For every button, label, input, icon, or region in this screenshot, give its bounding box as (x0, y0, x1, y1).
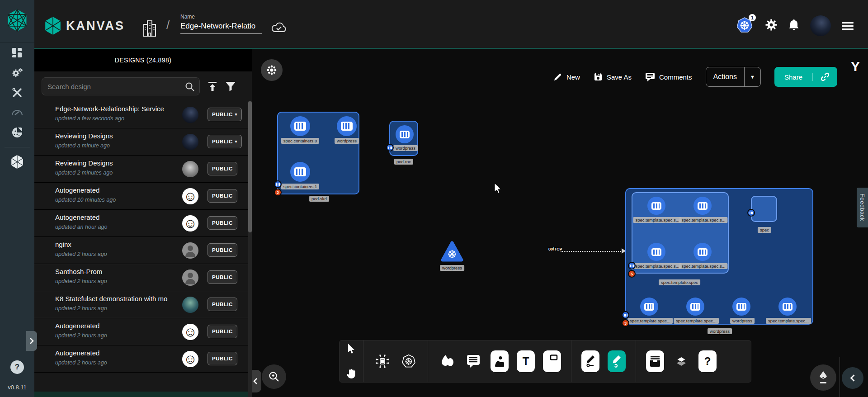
rectangle-icon[interactable] (543, 350, 561, 372)
pod-badge-icon[interactable] (747, 209, 755, 217)
help-icon[interactable]: ? (698, 350, 717, 372)
image-icon[interactable] (491, 350, 509, 372)
new-button[interactable]: New (553, 72, 580, 81)
zoom-icon[interactable] (262, 364, 286, 389)
kubernetes-context-icon[interactable]: 1 (736, 17, 754, 35)
performance-gauge-icon[interactable] (0, 103, 34, 123)
user-avatar[interactable] (810, 15, 831, 36)
toolkit-wrench-icon[interactable] (0, 83, 34, 103)
visibility-badge[interactable]: PUBLIC (208, 243, 237, 257)
visibility-badge[interactable]: PUBLIC (208, 189, 237, 203)
pod-badge-icon[interactable] (622, 311, 629, 319)
node-group-wordpress-deployment[interactable]: spec.template.spec.s... spec.template.sp… (625, 188, 813, 325)
design-owner-avatar[interactable]: ☺ (182, 324, 198, 340)
design-owner-avatar[interactable] (182, 134, 198, 150)
node-container[interactable] (647, 243, 665, 261)
design-owner-avatar[interactable] (182, 269, 198, 286)
node-group-spec-template-spec[interactable]: spec.template.spec.s... spec.template.sp… (632, 192, 729, 274)
error-badge[interactable]: 3 (622, 319, 629, 327)
help-icon[interactable]: ? (10, 360, 24, 374)
design-list-item[interactable]: K8 Statefulset demonstration with moupda… (34, 291, 248, 318)
feedback-tab[interactable]: Feedback (857, 188, 868, 227)
design-list-item[interactable]: nginxupdated 2 hours agoPUBLIC (34, 237, 248, 264)
components-icon[interactable] (373, 351, 392, 371)
collapse-right-icon[interactable] (842, 367, 863, 389)
node-container[interactable] (647, 197, 665, 215)
node-container[interactable] (290, 162, 310, 182)
lifecycle-gears-icon[interactable] (0, 63, 34, 83)
drawer-icon[interactable] (646, 350, 664, 372)
design-row-partial[interactable] (34, 392, 248, 397)
visibility-badge[interactable]: PUBLIC▾ (208, 108, 242, 121)
annotation-icon[interactable] (464, 351, 482, 371)
kubernetes-icon[interactable] (400, 351, 418, 371)
design-list-item[interactable]: Reviewing Designsupdated 2 minutes agoPU… (34, 156, 248, 183)
kubernetes-wheel-icon[interactable] (261, 59, 283, 81)
kanvas-logo[interactable]: KANVAS (44, 16, 125, 35)
visibility-badge[interactable]: PUBLIC (208, 352, 237, 365)
design-owner-avatar[interactable]: ☺ (182, 351, 198, 367)
edge-service-to-deployment[interactable] (561, 251, 624, 252)
visibility-badge[interactable]: PUBLIC (208, 162, 237, 175)
design-name-input[interactable] (180, 20, 262, 34)
node-spec[interactable] (751, 196, 777, 222)
panel-expand-handle[interactable] (26, 331, 37, 351)
caret-down-icon[interactable]: ▼ (744, 67, 760, 87)
actions-button[interactable]: Actions ▼ (706, 67, 761, 87)
select-cursor-icon[interactable] (342, 339, 360, 359)
design-list-item[interactable]: Autogeneratedupdated 2 hours ago☺PUBLIC (34, 345, 248, 373)
kanvas-hexagon-icon[interactable] (0, 152, 34, 172)
list-scrollbar-thumb[interactable] (248, 101, 252, 232)
link-icon[interactable] (813, 72, 837, 82)
node-container[interactable] (396, 125, 414, 143)
node-container[interactable] (778, 298, 797, 316)
design-list-item[interactable]: Edge-Network-Relationship: Serviceupdate… (34, 101, 248, 128)
design-owner-avatar[interactable] (182, 242, 198, 259)
design-list-item[interactable]: Autogeneratedupdated 10 minutes ago☺PUBL… (34, 183, 248, 210)
node-container[interactable] (337, 116, 357, 136)
visibility-badge[interactable]: PUBLIC (208, 325, 237, 338)
shapes-icon[interactable] (438, 351, 456, 371)
pod-badge-icon[interactable] (274, 180, 282, 188)
filter-icon[interactable] (225, 81, 236, 91)
menu-icon[interactable] (842, 20, 854, 32)
design-list-item[interactable]: Reviewing Designsupdated a minute agoPUB… (34, 128, 248, 156)
search-icon[interactable] (185, 82, 195, 94)
node-service-wordpress[interactable] (441, 241, 463, 264)
design-owner-avatar[interactable] (182, 161, 198, 177)
node-group-pod-roc[interactable]: wordpress (389, 121, 418, 156)
visibility-badge[interactable]: PUBLIC (208, 270, 237, 284)
extensions-icon[interactable] (0, 123, 34, 142)
dock-right-icon[interactable]: Y (851, 59, 860, 74)
node-container[interactable] (290, 116, 310, 136)
node-container[interactable] (732, 298, 750, 316)
building-icon[interactable] (142, 20, 157, 39)
bell-icon[interactable] (788, 19, 799, 33)
comments-button[interactable]: Comments (645, 72, 692, 81)
error-badge[interactable]: 5 (628, 270, 636, 278)
node-container[interactable] (686, 298, 704, 316)
node-group-pod-skd[interactable]: spec.containers.0 wordpress spec.contain… (277, 112, 359, 194)
layers-icon[interactable] (672, 351, 690, 371)
meshery-logo-icon[interactable] (7, 9, 28, 34)
pod-badge-icon[interactable] (386, 144, 394, 151)
search-input[interactable] (42, 78, 178, 95)
node-container[interactable] (693, 197, 712, 215)
edit-pen-icon[interactable] (581, 350, 599, 372)
design-owner-avatar[interactable] (182, 107, 198, 123)
pod-badge-icon[interactable] (628, 262, 636, 269)
upload-icon[interactable] (207, 81, 218, 92)
node-container[interactable] (693, 243, 712, 261)
design-owner-avatar[interactable] (182, 297, 198, 313)
design-list-item[interactable]: Autogeneratedupdated an hour ago☺PUBLIC (34, 210, 248, 237)
design-list-item[interactable]: Santhosh-Promupdated 2 hours agoPUBLIC (34, 264, 248, 291)
visibility-badge[interactable]: PUBLIC▾ (208, 135, 242, 148)
design-owner-avatar[interactable]: ☺ (182, 215, 198, 232)
node-container[interactable] (640, 298, 658, 316)
pen-nib-icon[interactable] (810, 364, 836, 391)
design-owner-avatar[interactable]: ☺ (182, 188, 198, 204)
freehand-draw-icon[interactable] (608, 350, 626, 372)
dashboard-icon[interactable] (0, 43, 34, 63)
visibility-badge[interactable]: PUBLIC (208, 216, 237, 230)
list-scrollbar[interactable] (248, 101, 252, 397)
